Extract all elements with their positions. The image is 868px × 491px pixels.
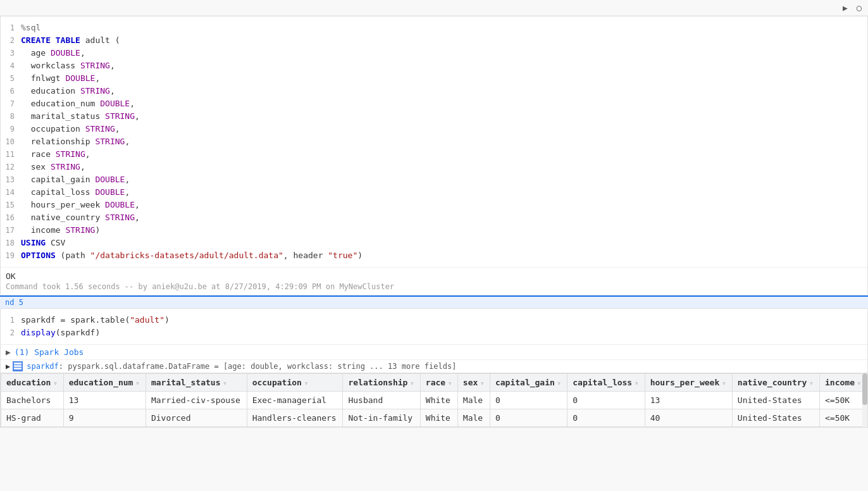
line-number: 6 xyxy=(1,85,21,97)
table-header-cell[interactable]: race▿ xyxy=(420,374,457,392)
table-cell: 0 xyxy=(567,392,645,409)
code-line: 15 hours_per_week DOUBLE, xyxy=(1,199,867,211)
code-line: 19OPTIONS (path "/databricks-datasets/ad… xyxy=(1,249,867,262)
line-content: education_num DOUBLE, xyxy=(21,97,867,110)
line-number: 17 xyxy=(1,224,21,237)
line-content: OPTIONS (path "/databricks-datasets/adul… xyxy=(21,249,867,262)
code-line: 4 workclass STRING, xyxy=(1,59,867,72)
sort-icon[interactable]: ▿ xyxy=(857,380,861,387)
line-content: race STRING, xyxy=(21,148,867,161)
line-number: 3 xyxy=(1,47,21,59)
table-cell: 13 xyxy=(63,392,146,409)
table-header-cell[interactable]: marital_status▿ xyxy=(146,374,247,392)
toolbar-icon-2[interactable]: ◯ xyxy=(853,1,865,14)
code-line: 1sparkdf = spark.table("adult") xyxy=(1,314,867,326)
sort-icon[interactable]: ▿ xyxy=(480,380,484,387)
line-content: capital_gain DOUBLE, xyxy=(21,173,867,186)
table-cell: Married-civ-spouse xyxy=(146,392,247,409)
command-meta: Command took 1.56 seconds -- by aniek@u2… xyxy=(6,282,862,291)
line-content: income STRING) xyxy=(21,224,867,237)
scrollbar-track[interactable] xyxy=(862,373,867,427)
line-content: USING CSV xyxy=(21,237,867,249)
code-area-2[interactable]: 1sparkdf = spark.table("adult")2display(… xyxy=(1,309,867,344)
sort-icon[interactable]: ▿ xyxy=(557,380,561,387)
df-name: sparkdf xyxy=(27,362,59,371)
line-number: 15 xyxy=(1,199,21,211)
table-cell: United-States xyxy=(732,392,819,409)
line-content: capital_loss DOUBLE, xyxy=(21,186,867,199)
table-cell: Exec-managerial xyxy=(247,392,343,409)
table-cell: 0 xyxy=(490,392,567,409)
table-cell: Not-in-family xyxy=(343,409,420,427)
line-content: occupation STRING, xyxy=(21,123,867,135)
table-cell: Divorced xyxy=(146,409,247,427)
table-header-cell[interactable]: capital_loss▿ xyxy=(567,374,645,392)
table-header-cell[interactable]: hours_per_week▿ xyxy=(645,374,732,392)
scrollbar-thumb[interactable] xyxy=(862,373,867,405)
sort-icon[interactable]: ▿ xyxy=(223,380,226,387)
table-header-cell[interactable]: sex▿ xyxy=(457,374,490,392)
table-header-cell[interactable]: native_country▿ xyxy=(732,374,819,392)
code-line: 12 sex STRING, xyxy=(1,161,867,173)
line-number: 2 xyxy=(1,34,21,47)
code-line: 16 native_country STRING, xyxy=(1,211,867,224)
sort-icon[interactable]: ▿ xyxy=(410,380,414,387)
sort-icon[interactable]: ▿ xyxy=(135,380,139,387)
line-number: 14 xyxy=(1,186,21,199)
table-header-cell[interactable]: education▿ xyxy=(1,374,64,392)
table-header-cell[interactable]: relationship▿ xyxy=(343,374,420,392)
df-info-text: sparkdf: pyspark.sql.dataframe.DataFrame… xyxy=(27,362,456,371)
code-line: 5 fnlwgt DOUBLE, xyxy=(1,72,867,85)
line-number: 9 xyxy=(1,123,21,135)
cell-divider: nd 5 xyxy=(0,295,868,308)
line-content: age DOUBLE, xyxy=(21,47,867,59)
table-cell: HS-grad xyxy=(1,409,64,427)
code-line: 17 income STRING) xyxy=(1,224,867,237)
sort-icon[interactable]: ▿ xyxy=(53,380,57,387)
table-cell: 13 xyxy=(645,392,732,409)
line-number: 18 xyxy=(1,237,21,249)
line-content: marital_status STRING, xyxy=(21,110,867,123)
code-line: 18USING CSV xyxy=(1,237,867,249)
line-content: fnlwgt DOUBLE, xyxy=(21,72,867,85)
line-content: CREATE TABLE adult ( xyxy=(21,34,867,47)
code-line: 14 capital_loss DOUBLE, xyxy=(1,186,867,199)
sort-icon[interactable]: ▿ xyxy=(809,380,813,387)
table-cell: 9 xyxy=(63,409,146,427)
sort-icon[interactable]: ▿ xyxy=(304,380,308,387)
table-header-cell[interactable]: occupation▿ xyxy=(247,374,343,392)
code-line: 9 occupation STRING, xyxy=(1,123,867,135)
line-content: native_country STRING, xyxy=(21,211,867,224)
line-content: sparkdf = spark.table("adult") xyxy=(21,314,867,326)
cell-2: 1sparkdf = spark.table("adult")2display(… xyxy=(0,308,868,428)
table-header-cell[interactable]: income▿ xyxy=(820,374,867,392)
line-number: 10 xyxy=(1,135,21,148)
ok-text: OK xyxy=(6,271,862,281)
code-line: 2CREATE TABLE adult ( xyxy=(1,34,867,47)
code-line: 11 race STRING, xyxy=(1,148,867,161)
table-cell: Male xyxy=(457,409,490,427)
line-content: display(sparkdf) xyxy=(21,326,867,339)
table-cell: Bachelors xyxy=(1,392,64,409)
top-bar: ▶ ◯ xyxy=(0,0,868,16)
table-header-cell[interactable]: capital_gain▿ xyxy=(490,374,567,392)
line-number: 19 xyxy=(1,249,21,262)
code-area-1[interactable]: 1%sql2CREATE TABLE adult (3 age DOUBLE,4… xyxy=(1,16,867,267)
sort-icon[interactable]: ▿ xyxy=(448,380,452,387)
spark-jobs-label: (1) Spark Jobs xyxy=(15,347,84,357)
sort-icon[interactable]: ▿ xyxy=(722,380,726,387)
spark-jobs[interactable]: ▶ (1) Spark Jobs xyxy=(1,344,867,359)
line-number: 11 xyxy=(1,148,21,161)
table-cell: Male xyxy=(457,392,490,409)
line-number: 4 xyxy=(1,59,21,72)
line-content: hours_per_week DOUBLE, xyxy=(21,199,867,211)
table-header-cell[interactable]: education_num▿ xyxy=(63,374,146,392)
table-cell: <=50K xyxy=(820,409,867,427)
code-line: 3 age DOUBLE, xyxy=(1,47,867,59)
code-line: 1%sql xyxy=(1,22,867,34)
line-content: %sql xyxy=(21,22,867,34)
toolbar-icon-1[interactable]: ▶ xyxy=(839,1,852,14)
results-table: education▿education_num▿marital_status▿o… xyxy=(1,373,867,427)
line-number: 13 xyxy=(1,173,21,186)
sort-icon[interactable]: ▿ xyxy=(635,380,638,387)
